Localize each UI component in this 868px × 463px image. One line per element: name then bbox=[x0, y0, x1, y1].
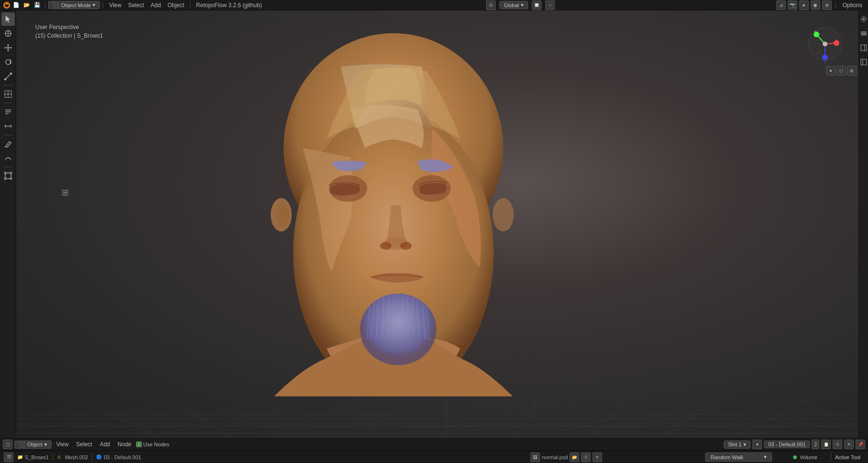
right-sidebar-icons bbox=[858, 11, 868, 451]
viewport-xray-icon[interactable]: ⊞ bbox=[847, 66, 857, 75]
use-nodes-label: Use Nodes bbox=[143, 441, 169, 447]
svg-rect-40 bbox=[861, 59, 867, 65]
material-browse-icon[interactable]: 📋 bbox=[821, 440, 831, 449]
viewport-shade-material-icon[interactable]: ◉ bbox=[811, 0, 820, 10]
viewport-overlay-icon[interactable]: ⬡ bbox=[836, 66, 846, 75]
mode-label: Object Mode bbox=[61, 2, 91, 8]
measure-tool-btn[interactable] bbox=[1, 119, 15, 133]
open-file-icon[interactable]: 📂 bbox=[22, 0, 32, 10]
left-toolbar bbox=[0, 11, 16, 451]
3d-viewport-render: ⊞ User Perspective (15) Collection | S_B… bbox=[16, 11, 858, 438]
use-nodes-checkbox-container[interactable]: ✓ Use Nodes bbox=[136, 441, 169, 447]
pivot-point-icon[interactable]: ⊙ bbox=[486, 0, 496, 10]
scene-icon[interactable]: ⊿ bbox=[776, 0, 786, 10]
draw-tool-btn[interactable] bbox=[1, 137, 15, 151]
use-nodes-checkbox[interactable]: ✓ bbox=[136, 441, 142, 447]
file-browse-icon[interactable]: 📂 bbox=[570, 452, 579, 462]
box-tool-btn[interactable] bbox=[1, 169, 15, 183]
z-axis-label: Z bbox=[824, 60, 826, 63]
mesh-name: Mesh.002 bbox=[65, 454, 88, 460]
top-bar-center: ⊙ Global ▾ 🔲 ○ bbox=[266, 0, 775, 10]
navigation-gizmo[interactable]: Y X Z bbox=[806, 25, 844, 63]
svg-line-27 bbox=[5, 146, 6, 147]
cursor-tool-btn[interactable] bbox=[1, 27, 15, 40]
volume-text: Volume bbox=[800, 454, 817, 460]
material-sphere-icon[interactable]: ● bbox=[752, 440, 762, 449]
node-node-btn[interactable]: Node bbox=[115, 441, 134, 448]
object-mode-dropdown[interactable]: ⬛ Object Mode ▾ bbox=[48, 1, 100, 9]
scene-selector-icon[interactable]: 🎬 bbox=[4, 452, 13, 462]
main-viewport[interactable]: ⊞ User Perspective (15) Collection | S_B… bbox=[16, 11, 858, 438]
node-add-btn[interactable]: Add bbox=[97, 441, 113, 448]
material-icon: 🔵 bbox=[96, 454, 102, 460]
svg-point-12 bbox=[6, 60, 11, 65]
file-unlink-icon[interactable]: ✕ bbox=[593, 452, 602, 462]
transform-tool-btn[interactable] bbox=[1, 87, 15, 101]
node-object-mode-dropdown[interactable]: ⬛ Object ▾ bbox=[14, 441, 52, 449]
svg-rect-38 bbox=[861, 45, 867, 51]
active-tool-label-container: Active Tool bbox=[831, 453, 864, 462]
node-mode-label: Object bbox=[27, 441, 42, 447]
save-icon[interactable]: 💾 bbox=[32, 0, 42, 10]
random-walk-chevron: ▾ bbox=[764, 454, 767, 460]
view-menu-btn[interactable]: View bbox=[106, 1, 124, 9]
node-editor-type-icon[interactable]: ⬡ bbox=[3, 440, 12, 449]
filename-label: normal.psd bbox=[542, 454, 568, 460]
annotate-tool-btn[interactable] bbox=[1, 105, 15, 118]
options-btn[interactable]: Options bbox=[840, 1, 865, 9]
transform-space-dropdown[interactable]: Global ▾ bbox=[499, 1, 528, 9]
svg-point-104 bbox=[822, 54, 828, 60]
svg-point-96 bbox=[276, 204, 289, 226]
rotate-tool-btn[interactable] bbox=[1, 55, 15, 69]
volume-label: Volume bbox=[800, 454, 817, 461]
collection-status: 📁 S_Brows1 bbox=[17, 454, 49, 460]
material-pin-icon[interactable]: 📌 bbox=[856, 440, 865, 449]
material-name-label: 03 - Default.001 bbox=[768, 441, 805, 447]
move-tool-btn[interactable] bbox=[1, 41, 15, 54]
y-axis-label: Y bbox=[814, 30, 816, 33]
sidebar-toggle-btn[interactable] bbox=[857, 41, 868, 54]
material-new-icon[interactable]: ➕ bbox=[833, 440, 842, 449]
svg-rect-17 bbox=[4, 78, 6, 80]
snap-icon[interactable]: 🔲 bbox=[532, 0, 541, 10]
viewport-overlay-icons: ● ⬡ ⊞ bbox=[826, 66, 857, 75]
node-view-btn[interactable]: View bbox=[53, 441, 72, 448]
file-type-icon[interactable]: 🖼 bbox=[530, 452, 540, 462]
properties-panel-btn[interactable] bbox=[857, 12, 868, 26]
random-walk-label: Random Walk bbox=[710, 454, 743, 460]
object-menu-btn[interactable]: Object bbox=[165, 1, 187, 9]
material-name-display[interactable]: 03 - Default.001 bbox=[764, 441, 810, 448]
material-unlink-icon[interactable]: ✕ bbox=[844, 440, 854, 449]
header-toggle-btn[interactable] bbox=[857, 27, 868, 40]
new-file-icon[interactable]: 📄 bbox=[11, 0, 21, 10]
mode-chevron-icon: ▾ bbox=[93, 2, 95, 8]
smooth-tool-btn[interactable] bbox=[1, 151, 15, 165]
scale-tool-btn[interactable] bbox=[1, 70, 15, 83]
toolbar-toggle-btn[interactable] bbox=[857, 55, 868, 69]
viewport-shade-rendered-icon[interactable]: ⊛ bbox=[822, 0, 832, 10]
render-icon[interactable]: 📷 bbox=[788, 0, 797, 10]
viewport-shade-solid-icon[interactable]: ● bbox=[799, 0, 809, 10]
active-tool-container: Volume bbox=[793, 454, 817, 461]
svg-marker-11 bbox=[11, 47, 12, 49]
material-count-field[interactable]: 2 bbox=[812, 440, 819, 449]
select-tool-btn[interactable] bbox=[1, 12, 15, 26]
drag-cursor-icon: ⊞ bbox=[62, 187, 69, 198]
object-mode-icon: ⬛ bbox=[53, 2, 59, 8]
random-walk-dropdown[interactable]: Random Walk ▾ bbox=[705, 452, 772, 462]
mesh-warning-icon: ⚠ bbox=[57, 454, 61, 460]
top-bar-right: ⊿ 📷 ● ◉ ⊛ Options bbox=[776, 0, 865, 10]
select-menu-btn[interactable]: Select bbox=[125, 1, 147, 9]
x-axis-label: X bbox=[836, 39, 838, 42]
slot-selector-dropdown[interactable]: Slot 1 ▾ bbox=[724, 441, 751, 449]
file-new-icon[interactable]: ➕ bbox=[581, 452, 591, 462]
viewport-shader-icon[interactable]: ● bbox=[826, 66, 836, 75]
add-menu-btn[interactable]: Add bbox=[148, 1, 164, 9]
retopoflow-btn[interactable]: RetopoFlow 3.2.6 (github) bbox=[193, 1, 265, 9]
node-select-btn[interactable]: Select bbox=[74, 441, 95, 448]
node-mode-icon: ⬛ bbox=[19, 441, 25, 448]
svg-point-79 bbox=[380, 242, 392, 250]
collection-name: S_Brows1 bbox=[25, 454, 49, 460]
material-status: 🔵 03 - Default.001 bbox=[96, 454, 141, 460]
proportional-icon[interactable]: ○ bbox=[545, 0, 555, 10]
